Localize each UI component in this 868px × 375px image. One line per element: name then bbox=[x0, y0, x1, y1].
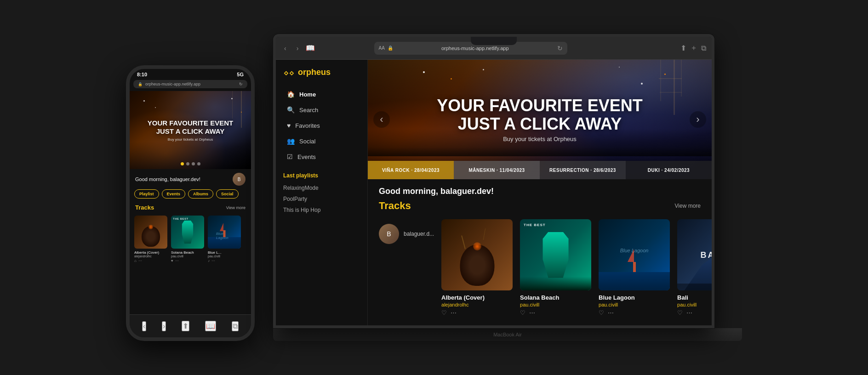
track-info-3: Bali pau.civill ♡ ⋯ bbox=[677, 294, 712, 316]
hero-event-name-0: VIÑA ROCK · 28/04/2023 bbox=[382, 168, 440, 173]
phone-view-more[interactable]: View more bbox=[226, 205, 246, 210]
track-heart-icon-0[interactable]: ♡ bbox=[441, 309, 447, 316]
phone-track-name-0: Alberta (Cover) bbox=[134, 250, 167, 255]
phone-lock-icon: 🔒 bbox=[138, 82, 143, 86]
sidebar-playlist-2[interactable]: This is Hip Hop bbox=[276, 205, 367, 216]
sidebar-playlist-0[interactable]: RelaxingMode bbox=[276, 182, 367, 193]
phone-social-btn[interactable]: Social bbox=[216, 189, 239, 199]
browser-action-group: ⬆ ＋ ⧉ bbox=[680, 43, 706, 53]
the-best-label: THE BEST bbox=[524, 223, 546, 227]
phone-track-name-2: Blue L... bbox=[208, 250, 241, 255]
phone-tracks-row: Alberta (Cover) alejandrolhc ⌂ ⋯ THE BES… bbox=[130, 213, 251, 266]
phone-track-card: THE BEST Solana Beach pau.civill ♥ ⋯ bbox=[171, 216, 204, 263]
sidebar-logo-text: orpheus bbox=[298, 68, 331, 77]
track-heart-icon-2[interactable]: ♡ bbox=[599, 309, 604, 316]
track-actions-1: ♡ ⋯ bbox=[520, 309, 591, 316]
hero-event-tab-2[interactable]: RESURRECTION · 28/6/2023 bbox=[540, 161, 626, 179]
hero-dot-1 bbox=[181, 162, 184, 165]
track-card-3: BALI Bali pau.civill ♡ ⋯ bbox=[677, 219, 712, 316]
phone-nav-tabs[interactable]: ⧉ bbox=[232, 321, 239, 331]
app-layout: ⬦⬦ orpheus 🏠 Home 🔍 Search ♥ Favorites bbox=[276, 60, 712, 328]
home-icon: 🏠 bbox=[287, 91, 295, 98]
sidebar-nav-label-events: Events bbox=[297, 153, 316, 160]
hero-title: YOUR FAVOURITE EVENT JUST A CLICK AWAY bbox=[437, 97, 642, 133]
sidebar-last-playlists-title: Last playlists bbox=[276, 165, 367, 182]
hero-event-tab-1[interactable]: MÅNESKIN · 11/04/2023 bbox=[454, 161, 540, 179]
browser-add-btn[interactable]: ＋ bbox=[690, 43, 697, 53]
solana-swirl bbox=[537, 232, 574, 278]
browser-back-btn[interactable]: ‹ bbox=[281, 43, 289, 54]
hero-next-btn[interactable]: › bbox=[690, 111, 706, 128]
track-more-icon-0[interactable]: ⋯ bbox=[451, 309, 457, 316]
browser-tabs-btn[interactable]: ⧉ bbox=[701, 43, 706, 53]
track-more-icon-1[interactable]: ⋯ bbox=[529, 309, 535, 316]
track-artwork-0 bbox=[441, 219, 513, 290]
phone-dots-icon: ⋯ bbox=[211, 259, 215, 263]
track-artwork-3: BALI bbox=[677, 219, 712, 290]
track-heart-icon-3[interactable]: ♡ bbox=[677, 309, 683, 316]
sidebar-item-home[interactable]: 🏠 Home bbox=[280, 87, 364, 102]
track-artist-0: alejandrolhc bbox=[441, 302, 513, 307]
phone-nav-back[interactable]: ‹ bbox=[142, 321, 146, 331]
phone-track-card: Alberta (Cover) alejandrolhc ⌂ ⋯ bbox=[134, 216, 167, 263]
phone-playlist-btn[interactable]: Playlist bbox=[134, 189, 159, 199]
main-content: ‹ YOUR FAVOURITE EVENT JUST A CLICK AWAY… bbox=[368, 60, 712, 328]
sidebar-item-search[interactable]: 🔍 Search bbox=[280, 102, 364, 117]
phone-track-artist-2: pau.civill bbox=[208, 255, 241, 258]
browser-url-text: orpheus-music-app.netlify.app bbox=[396, 45, 554, 51]
track-info-1: Solana Beach pau.civill ♡ ⋯ bbox=[520, 294, 591, 316]
hero-event-name-1: MÅNESKIN · 11/04/2023 bbox=[468, 168, 525, 173]
phone-track-icons-0: ⌂ ⋯ bbox=[134, 259, 167, 263]
phone-tracks-title: Tracks bbox=[135, 204, 154, 211]
favorites-icon: ♥ bbox=[287, 122, 291, 129]
phone-music-icon: ♪ bbox=[208, 259, 210, 263]
browser-refresh-btn[interactable]: ↻ bbox=[557, 45, 563, 52]
hero-event-tabs: VIÑA ROCK · 28/04/2023 MÅNESKIN · 11/04/… bbox=[368, 161, 712, 179]
hero-prev-btn[interactable]: ‹ bbox=[373, 111, 390, 128]
phone-nav-book[interactable]: 📖 bbox=[205, 321, 216, 331]
sidebar-item-social[interactable]: 👥 Social bbox=[280, 134, 364, 148]
blue-lagoon-water bbox=[599, 272, 670, 290]
hero-dot-2 bbox=[186, 162, 189, 165]
phone-nav-forward[interactable]: › bbox=[162, 321, 166, 331]
track-more-icon-2[interactable]: ⋯ bbox=[608, 309, 614, 316]
phone-greeting-row: Good morning, balaguer.dev! B bbox=[130, 169, 251, 189]
phone-events-btn[interactable]: Events bbox=[162, 189, 186, 199]
browser-book-btn[interactable]: 📖 bbox=[306, 44, 315, 52]
track-artist-1: pau.civill bbox=[520, 302, 591, 307]
sidebar-playlist-1[interactable]: PoolParty bbox=[276, 193, 367, 205]
phone-dots-icon: ⋯ bbox=[175, 259, 179, 263]
track-card-1: THE BEST Solana Beach pau.civill ♡ bbox=[520, 219, 591, 316]
track-info-2: Blue Lagoon pau.civill ♡ ⋯ bbox=[599, 294, 670, 316]
browser-aa-label: AA bbox=[379, 45, 385, 51]
hero-event-tab-3[interactable]: DUKI · 24/02/2023 bbox=[626, 161, 712, 179]
sidebar-nav-label-home: Home bbox=[299, 91, 316, 98]
phone-track-name-1: Solana Beach bbox=[171, 250, 204, 255]
sidebar-item-favorites[interactable]: ♥ Favorites bbox=[280, 118, 364, 133]
view-more-btn[interactable]: View more bbox=[675, 203, 701, 209]
phone-track-card: Blue Lagoon Blue L... pau.civill ♪ ⋯ bbox=[208, 216, 241, 263]
track-heart-icon-1[interactable]: ♡ bbox=[520, 309, 525, 316]
browser-address-bar[interactable]: AA 🔒 orpheus-music-app.netlify.app ↻ bbox=[374, 42, 567, 55]
phone-track-icons-1: ♥ ⋯ bbox=[171, 259, 204, 263]
sidebar-nav-label-search: Search bbox=[299, 107, 318, 114]
browser-share-btn[interactable]: ⬆ bbox=[680, 43, 686, 53]
phone-address-text: orpheus-music-app.netlify.app bbox=[145, 82, 200, 86]
track-actions-2: ♡ ⋯ bbox=[599, 309, 670, 316]
phone-action-row: Playlist Events Albums Social bbox=[130, 189, 251, 202]
browser-forward-btn[interactable]: › bbox=[294, 43, 302, 54]
phone-nav-share[interactable]: ⬆ bbox=[182, 321, 189, 331]
phone-address-bar[interactable]: 🔒 orpheus-music-app.netlify.app ↻ bbox=[133, 80, 247, 88]
track-artist-3: pau.civill bbox=[677, 302, 712, 307]
phone-device: 8:10 5G 🔒 orpheus-music-app.netlify.app … bbox=[126, 65, 255, 341]
phone-hero-banner: YOUR FAVOURITE EVENT JUST A CLICK AWAY B… bbox=[130, 91, 251, 169]
track-more-icon-3[interactable]: ⋯ bbox=[686, 309, 692, 316]
sidebar-item-events[interactable]: ☑ Events bbox=[280, 149, 364, 164]
phone-track-artist-0: alejandrolhc bbox=[134, 255, 167, 258]
hero-event-tab-0[interactable]: VIÑA ROCK · 28/04/2023 bbox=[368, 161, 454, 179]
track-name-0: Alberta (Cover) bbox=[441, 294, 513, 301]
phone-albums-btn[interactable]: Albums bbox=[188, 189, 213, 199]
phone-time: 8:10 bbox=[137, 72, 147, 77]
phone-hero-title: YOUR FAVOURITE EVENT JUST A CLICK AWAY bbox=[148, 119, 233, 136]
tracks-grid: B balaguer.d... bbox=[379, 219, 701, 316]
